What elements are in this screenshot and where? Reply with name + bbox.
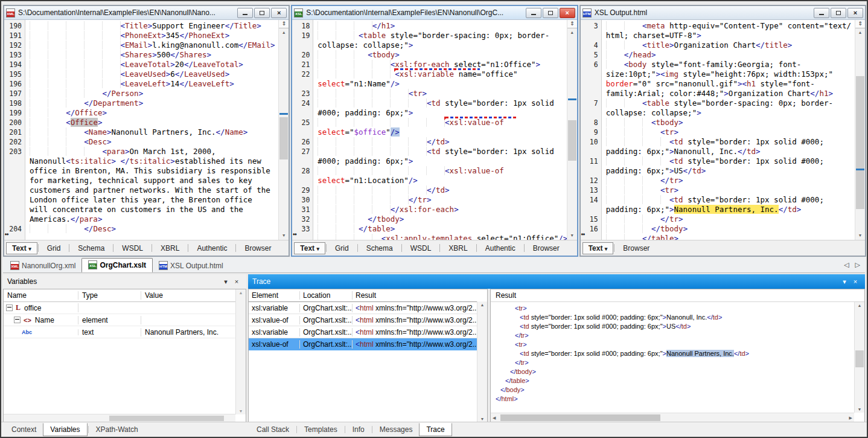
result-line[interactable]: </html> (491, 395, 854, 404)
code-line[interactable]: 11 <td style="border: 1px solid #000; (581, 156, 855, 166)
code-line[interactable]: select="n1:Location"/> (292, 176, 566, 185)
view-tab-schema[interactable]: Schema (70, 243, 112, 254)
code-line[interactable]: 33 </table> (292, 224, 566, 234)
view-tab-schema[interactable]: Schema (359, 243, 401, 254)
code-line[interactable]: 18 </h1> (292, 21, 566, 31)
code-line[interactable]: 28 <xsl:value-of (292, 166, 566, 176)
code-line[interactable]: 203 <para>On March 1st, 2000, (4, 147, 278, 156)
view-tab-grid[interactable]: Grid (327, 243, 357, 254)
split-handle-icon[interactable]: ⇕ (567, 20, 577, 28)
pane-title-bar[interactable]: XML S:\Documentation\Internal\ExampleFil… (4, 6, 289, 20)
column-header[interactable]: Element (249, 291, 300, 300)
code-line[interactable]: 196 <LeaveLeft>14</LeaveLeft> (4, 79, 278, 89)
code-line[interactable]: 25 <xsl:value-of (292, 118, 566, 127)
code-line[interactable]: 27 <td style="border: 1px solid (292, 147, 566, 156)
restore-button[interactable] (543, 8, 558, 18)
code-line[interactable]: 199 </Office> (4, 108, 278, 118)
horizontal-split-handle-icon[interactable]: ↔ (293, 230, 297, 239)
close-button[interactable]: × (271, 8, 287, 18)
code-line[interactable]: 14 <td style="border: 1px solid #000; (581, 195, 855, 205)
code-line[interactable]: 190 <Title>Support Engineer</Title> (4, 21, 278, 31)
code-line[interactable]: #000; padding: 6px;"> (292, 156, 566, 166)
column-header[interactable]: Name (4, 291, 78, 300)
variable-row[interactable]: <>Nameelement (4, 314, 246, 326)
restore-button[interactable] (831, 8, 846, 18)
code-line[interactable]: 10 <td style="border: 1px solid #000; (581, 137, 855, 147)
code-line[interactable]: padding: 6px;">Nanonull, Inc.</td> (581, 147, 855, 156)
trace-row[interactable]: xsl:variableOrgChart.xslt:...<html xmlns… (249, 302, 487, 314)
vertical-scrollbar[interactable]: ⇕ ▲ ▼ (567, 20, 577, 240)
panel-close-icon[interactable]: × (850, 278, 861, 285)
result-line[interactable]: </table> (491, 377, 854, 386)
scroll-right-icon[interactable]: ▶ (849, 416, 852, 420)
panel-tab-variables[interactable]: Variables (43, 423, 87, 436)
code-line[interactable]: 31 </xsl:for-each> (292, 205, 566, 214)
code-line[interactable]: will concentrate on customers in the US … (4, 205, 278, 214)
vertical-scrollbar[interactable]: ⇕ ▲ ▼ (855, 20, 865, 240)
scroll-up-button[interactable]: ▲ (279, 28, 289, 37)
trace-row[interactable]: xsl:variableOrgChart.xslt:...<html xmlns… (249, 326, 487, 338)
code-line[interactable]: size:10pt;"><img style="height:76px; wid… (581, 69, 855, 79)
pane-title-bar[interactable]: XSL S:\Documentation\Internal\ExampleFil… (292, 6, 576, 20)
code-editor[interactable]: 3 <meta http-equiv="Content-Type" conten… (581, 20, 865, 240)
scroll-thumb[interactable] (855, 350, 864, 367)
code-line[interactable]: border="0" src="nanonull.gif"><h1 style=… (581, 79, 855, 89)
tab-scroll-right-icon[interactable]: ▷ (855, 261, 860, 269)
code-line[interactable]: 200 <Office> (4, 118, 278, 127)
code-line[interactable]: padding: 6px;">Nanonull Partners, Inc.</… (581, 205, 855, 214)
scroll-up-button[interactable]: ▲ (855, 28, 865, 37)
panel-tab-templates[interactable]: Templates (298, 424, 344, 436)
code-line[interactable]: family:Arial; color:#448;">Organization … (581, 89, 855, 98)
view-tab-authentic[interactable]: Authentic (477, 243, 523, 254)
code-line[interactable]: 23 <tr> (292, 89, 566, 98)
horizontal-split-handle-icon[interactable]: ↔ (5, 230, 9, 239)
result-line[interactable]: <tr> (491, 304, 854, 314)
code-line[interactable]: 198 </Department> (4, 98, 278, 108)
code-line[interactable]: </table> (581, 234, 855, 240)
view-tab-text[interactable]: Text ▾ (6, 242, 37, 254)
close-button[interactable]: × (847, 8, 863, 18)
code-line[interactable]: collapse: collapse;"> (581, 108, 855, 118)
minimize-button[interactable] (814, 8, 829, 18)
scroll-down-button[interactable]: ▼ (567, 231, 577, 240)
scroll-thumb[interactable] (856, 76, 864, 209)
code-line[interactable]: 26 </td> (292, 137, 566, 147)
code-line[interactable]: 13 <tr> (581, 185, 855, 195)
scroll-thumb[interactable] (500, 414, 660, 421)
code-line[interactable]: 201 <Name>Nanonull Partners, Inc.</Name> (4, 127, 278, 137)
column-header[interactable]: Result (353, 291, 487, 300)
code-line[interactable]: select="$office"/> (292, 127, 566, 137)
code-line[interactable]: 12 </tr> (581, 176, 855, 185)
minimize-button[interactable] (526, 8, 541, 18)
view-tab-browser[interactable]: Browser (615, 243, 657, 254)
code-line[interactable]: office in Brenton, MA. This subsidiary i… (4, 166, 278, 176)
vertical-scrollbar[interactable]: ▲ ▼ (477, 301, 487, 422)
code-line[interactable]: 9 <tr> (581, 127, 855, 137)
vertical-scrollbar[interactable]: ▲ ▼ (854, 302, 864, 413)
code-line[interactable]: 29 </td> (292, 185, 566, 195)
view-tab-authentic[interactable]: Authentic (189, 243, 235, 254)
view-tab-grid[interactable]: Grid (39, 243, 69, 254)
panel-tab-xpath-watch[interactable]: XPath-Watch (89, 424, 145, 436)
split-handle-icon[interactable]: ⇕ (855, 20, 865, 28)
code-line[interactable]: 22 <xsl:variable name="office" (292, 69, 566, 79)
code-line[interactable]: padding: 6px;">US</td> (581, 166, 855, 176)
view-tab-browser[interactable]: Browser (237, 243, 279, 254)
result-line[interactable]: <td style="border: 1px solid #000; paddi… (491, 314, 854, 323)
code-line[interactable]: 7 <table style="border-spacing: 0px; bor… (581, 98, 855, 108)
result-line[interactable]: </tbody> (491, 368, 854, 377)
code-line[interactable]: #000; padding: 6px;"> (292, 108, 566, 118)
variable-row[interactable]: Loffice (4, 302, 246, 314)
code-line[interactable]: 19 <table style="border-spacing: 0px; bo… (292, 31, 566, 40)
code-line[interactable]: 30 </tr> (292, 195, 566, 205)
minimize-button[interactable] (237, 8, 253, 18)
result-line[interactable]: <tr> (491, 341, 854, 350)
close-button[interactable]: × (560, 8, 575, 18)
horizontal-scrollbar[interactable] (4, 414, 235, 422)
scroll-thumb[interactable] (109, 416, 224, 421)
pane-title-bar[interactable]: HTM XSL Output.html × (581, 6, 865, 20)
code-line[interactable]: html; charset=UTF-8"> (581, 31, 855, 40)
panel-tab-messages[interactable]: Messages (373, 424, 420, 436)
trace-row[interactable]: xsl:value-ofOrgChart.xslt:...<html xmlns… (249, 338, 487, 350)
code-editor[interactable]: 190 <Title>Support Engineer</Title>191 <… (4, 20, 289, 240)
